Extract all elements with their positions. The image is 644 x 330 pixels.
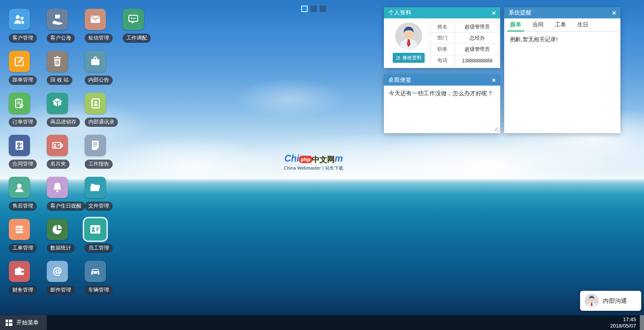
profile-field-row: 姓名超级管理员 (430, 22, 500, 33)
profile-field-row: 职务超级管理员 (430, 44, 500, 55)
app-icon-order-management[interactable]: 订单管理 (9, 93, 47, 127)
app-icon-ticket-management[interactable]: 工单管理 (9, 219, 47, 253)
app-icon-label: 跟单管理 (9, 76, 37, 85)
profile-field-value: 超级管理员 (455, 44, 500, 55)
profile-avatar (395, 22, 423, 50)
app-icon-data-statistics[interactable]: 数据统计 (47, 219, 85, 253)
profile-field-value: 超级管理员 (455, 22, 500, 33)
page-dot-1[interactable] (301, 6, 308, 12)
app-icon-label: 订单管理 (9, 118, 37, 127)
app-icon-mail-management[interactable]: 邮件管理 (47, 261, 85, 295)
app-icon-work-dispatch[interactable]: 工作调配 (123, 9, 161, 43)
app-icon-inventory-management[interactable]: 商品进销存 (47, 93, 85, 127)
clock-time: 17:45 (610, 316, 636, 323)
app-icon-label: 工作报告 (85, 160, 113, 169)
recycle-bin-icon[interactable] (47, 51, 68, 72)
contract-management-icon[interactable] (9, 135, 30, 156)
employee-management-icon[interactable] (84, 218, 106, 240)
start-menu-label: 开始菜单 (16, 319, 39, 326)
app-icon-label: 客户公海 (47, 34, 75, 43)
app-icon-file-management[interactable]: 文件管理 (85, 177, 123, 211)
after-sales-management-icon[interactable] (9, 177, 30, 198)
clock-date: 2018/05/07 (610, 323, 636, 329)
follow-up-management-icon[interactable] (9, 51, 30, 72)
app-icon-contract-management[interactable]: 合同管理 (9, 135, 47, 169)
show-desktop-button[interactable] (640, 315, 644, 330)
app-icon-follow-up-management[interactable]: 跟单管理 (9, 51, 47, 85)
edit-profile-button[interactable]: 修改资料 (393, 53, 425, 63)
internal-chat-launcher[interactable]: 内部沟通 (580, 291, 641, 311)
app-icon-customer-birthday-reminder[interactable]: 客户生日提醒 (47, 177, 85, 211)
page-dot-3[interactable] (320, 6, 326, 12)
profile-close-icon[interactable]: × (492, 10, 496, 16)
php-badge: php (298, 155, 313, 164)
app-icon-finance-management[interactable]: 财务管理 (9, 261, 47, 295)
app-icon-customer-pool[interactable]: 客户公海 (47, 9, 85, 43)
inventory-management-icon[interactable] (47, 93, 68, 114)
app-icon-label: 车辆管理 (85, 286, 113, 295)
work-report-icon[interactable] (85, 135, 106, 156)
app-icon-sms-management[interactable]: 短信管理 (85, 9, 123, 43)
customer-management-icon[interactable] (9, 9, 30, 30)
mail-management-icon[interactable] (47, 261, 68, 282)
profile-field-value: 13888888888 (455, 55, 500, 66)
profile-table: 姓名超级管理员部门总经办职务超级管理员电话13888888888 (430, 21, 500, 66)
work-dispatch-icon[interactable] (123, 9, 144, 30)
vehicle-management-icon[interactable] (85, 261, 106, 282)
profile-table-body: 姓名超级管理员部门总经办职务超级管理员电话13888888888 (430, 22, 500, 66)
reminder-tab-跟单[interactable]: 跟单 (510, 21, 521, 28)
system-reminder-title: 系统提醒 (509, 9, 532, 16)
system-reminder-empty-text: 抱歉,暂无相关记录! (504, 32, 620, 48)
ticket-management-icon[interactable] (9, 219, 30, 240)
customer-birthday-reminder-icon[interactable] (47, 177, 68, 198)
sticky-note-content[interactable]: 今天还有一些工作没做，怎么办才好呢？ (384, 86, 500, 133)
sticky-note-close-icon[interactable]: × (492, 77, 496, 84)
internal-announcement-icon[interactable] (85, 51, 106, 72)
profile-panel-header[interactable]: 个人资料 × (384, 7, 500, 18)
app-icon-employee-management[interactable]: 员工管理 (85, 219, 123, 253)
chat-avatar (584, 294, 599, 308)
start-windows-icon (6, 320, 12, 326)
reminder-tab-工单[interactable]: 工单 (555, 21, 566, 28)
page-dot-2[interactable] (310, 6, 317, 12)
profile-field-row: 电话13888888888 (430, 55, 500, 66)
chinaz-watermark: Chi php 中文网 m China Webmaster丨站长下载 (280, 153, 348, 171)
taskbar: 开始菜单 17:45 2018/05/07 (0, 315, 644, 330)
app-icon-vehicle-management[interactable]: 车辆管理 (85, 261, 123, 295)
app-icon-label: 财务管理 (9, 286, 37, 295)
internal-contacts-icon[interactable] (85, 93, 106, 114)
app-icon-internal-contacts[interactable]: 内部通讯录 (85, 93, 123, 127)
app-icon-work-report[interactable]: 工作报告 (85, 135, 123, 169)
app-icon-label: 客户生日提醒 (47, 202, 85, 211)
customer-pool-icon[interactable] (47, 9, 68, 30)
sticky-note-header[interactable]: 桌面便签 × (384, 74, 500, 86)
app-icon-internal-announcement[interactable]: 内部公告 (85, 51, 123, 85)
edit-pencil-icon (396, 56, 401, 60)
profile-panel-title: 个人资料 (388, 9, 411, 16)
reminder-tab-生日[interactable]: 生日 (577, 21, 588, 28)
start-menu-button[interactable]: 开始菜单 (0, 315, 47, 330)
system-reminder-close-icon[interactable]: × (612, 10, 616, 16)
order-management-icon[interactable] (9, 93, 30, 114)
chinaz-logo: Chi php 中文网 m (280, 153, 348, 164)
app-icon-label: 售后管理 (9, 202, 37, 211)
data-statistics-icon[interactable] (47, 219, 68, 240)
app-icon-label: 文件管理 (85, 202, 113, 211)
app-icon-recycle-bin[interactable]: 回 收 站 (47, 51, 85, 85)
sms-management-icon[interactable] (85, 9, 106, 30)
app-icon-label: 回 收 站 (47, 76, 72, 85)
page-indicator (301, 6, 326, 12)
app-icon-after-sales-management[interactable]: 售后管理 (9, 177, 47, 211)
system-reminder-header[interactable]: 系统提醒 × (504, 7, 620, 18)
card-holder-icon[interactable] (47, 135, 68, 156)
file-management-icon[interactable] (85, 177, 106, 198)
app-icon-label: 短信管理 (85, 34, 113, 43)
finance-management-icon[interactable] (9, 261, 30, 282)
system-reminder-panel: 系统提醒 × 跟单合同工单生日 抱歉,暂无相关记录! (504, 7, 620, 133)
app-icon-card-holder[interactable]: 名片夹 (47, 135, 85, 169)
resize-handle[interactable] (495, 128, 499, 132)
app-icon-label: 内部通讯录 (85, 118, 118, 127)
profile-field-label: 部门 (430, 33, 455, 44)
reminder-tab-合同[interactable]: 合同 (533, 21, 544, 28)
app-icon-customer-management[interactable]: 客户管理 (9, 9, 47, 43)
